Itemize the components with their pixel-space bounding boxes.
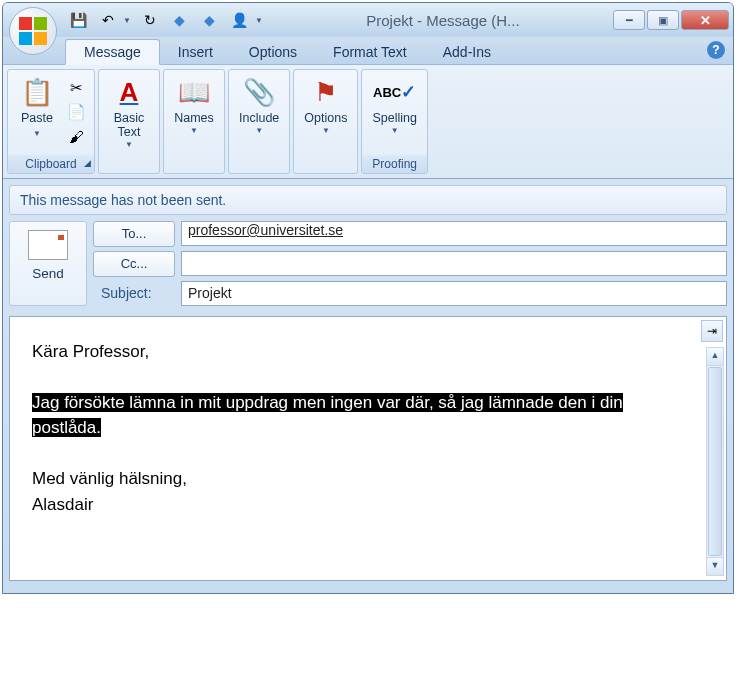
maximize-button[interactable]: ▣ bbox=[647, 10, 679, 30]
options-label: Options bbox=[304, 112, 347, 126]
to-value: professor@universitet.se bbox=[188, 222, 343, 238]
address-book-icon: 📖 bbox=[178, 76, 210, 108]
redo-icon[interactable]: ↻ bbox=[139, 9, 161, 31]
previous-icon[interactable]: ◆ bbox=[169, 9, 191, 31]
group-basic-text: A Basic Text ▼ . bbox=[98, 69, 160, 174]
titlebar: 💾 ↶ ▼ ↻ ◆ ◆ 👤 ▼ Projekt - Message (H... … bbox=[3, 3, 733, 37]
chevron-down-icon: ▼ bbox=[190, 126, 198, 135]
message-body[interactable]: ⇥ ▲ ▼ Kära Professor, Jag försökte lämna… bbox=[9, 316, 727, 581]
scroll-up-icon[interactable]: ▲ bbox=[707, 348, 723, 366]
chevron-down-icon: ▼ bbox=[255, 126, 263, 135]
address-book-icon[interactable]: 👤 bbox=[229, 9, 251, 31]
envelope-icon bbox=[28, 230, 68, 260]
paperclip-icon: 📎 bbox=[243, 76, 275, 108]
to-field[interactable]: professor@universitet.se bbox=[181, 221, 727, 246]
body-signoff: Med vänlig hälsning, bbox=[32, 466, 690, 492]
message-headers: Send To... professor@universitet.se Cc..… bbox=[9, 221, 727, 306]
scroll-down-icon[interactable]: ▼ bbox=[707, 557, 723, 575]
tab-message[interactable]: Message bbox=[65, 39, 160, 65]
infobar-not-sent: This message has not been sent. bbox=[9, 185, 727, 215]
cc-field[interactable] bbox=[181, 251, 727, 276]
tab-options[interactable]: Options bbox=[231, 40, 315, 64]
paste-button[interactable]: 📋 Paste▼ bbox=[12, 74, 62, 151]
close-button[interactable]: ✕ bbox=[681, 10, 729, 30]
dialog-launcher-icon[interactable]: ◢ bbox=[84, 158, 91, 168]
save-icon[interactable]: 💾 bbox=[67, 9, 89, 31]
clipboard-icon: 📋 bbox=[21, 76, 53, 108]
scroll-thumb[interactable] bbox=[708, 367, 722, 556]
quick-access-toolbar: 💾 ↶ ▼ ↻ ◆ ◆ 👤 ▼ bbox=[67, 9, 263, 31]
chevron-down-icon: ▼ bbox=[33, 129, 41, 138]
spelling-label: Spelling bbox=[372, 112, 416, 126]
help-icon[interactable]: ? bbox=[707, 41, 725, 59]
next-icon[interactable]: ◆ bbox=[199, 9, 221, 31]
names-button[interactable]: 📖 Names ▼ bbox=[168, 74, 220, 151]
include-label: Include bbox=[239, 112, 279, 126]
tab-insert[interactable]: Insert bbox=[160, 40, 231, 64]
group-proofing: ABC✓ Spelling ▼ Proofing bbox=[361, 69, 427, 174]
flag-icon: ⚑ bbox=[310, 76, 342, 108]
spelling-icon: ABC✓ bbox=[379, 76, 411, 108]
names-label: Names bbox=[174, 112, 214, 126]
body-signature: Alasdair bbox=[32, 492, 690, 518]
options-button[interactable]: ⚑ Options ▼ bbox=[298, 74, 353, 151]
window-title: Projekt - Message (H... bbox=[273, 12, 613, 29]
office-logo-icon bbox=[19, 17, 47, 45]
undo-icon[interactable]: ↶ bbox=[97, 9, 119, 31]
proofing-group-label: Proofing bbox=[362, 155, 426, 173]
ribbon-tabs: Message Insert Options Format Text Add-I… bbox=[3, 37, 733, 65]
tab-add-ins[interactable]: Add-Ins bbox=[425, 40, 509, 64]
font-icon: A bbox=[113, 76, 145, 108]
group-options: ⚑ Options ▼ . bbox=[293, 69, 358, 174]
group-names: 📖 Names ▼ . bbox=[163, 69, 225, 174]
body-greeting: Kära Professor, bbox=[32, 339, 690, 365]
qat-customize-dropdown[interactable]: ▼ bbox=[255, 16, 263, 25]
chevron-down-icon: ▼ bbox=[391, 126, 399, 135]
chevron-down-icon: ▼ bbox=[322, 126, 330, 135]
group-clipboard: 📋 Paste▼ ✂ 📄 🖌 Clipboard ◢ bbox=[7, 69, 95, 174]
cut-icon[interactable]: ✂ bbox=[66, 78, 86, 98]
tab-format-text[interactable]: Format Text bbox=[315, 40, 425, 64]
basic-text-label: Basic Text bbox=[114, 112, 145, 140]
basic-text-button[interactable]: A Basic Text ▼ bbox=[104, 74, 154, 151]
office-button[interactable] bbox=[9, 7, 57, 55]
ruler-toggle-icon[interactable]: ⇥ bbox=[701, 320, 723, 342]
send-button[interactable]: Send bbox=[9, 221, 87, 306]
message-window: 💾 ↶ ▼ ↻ ◆ ◆ 👤 ▼ Projekt - Message (H... … bbox=[2, 2, 734, 594]
undo-dropdown[interactable]: ▼ bbox=[123, 16, 131, 25]
include-button[interactable]: 📎 Include ▼ bbox=[233, 74, 285, 151]
body-selected-text: Jag försökte lämna in mit uppdrag men in… bbox=[32, 393, 623, 438]
to-button[interactable]: To... bbox=[93, 221, 175, 247]
ribbon: 📋 Paste▼ ✂ 📄 🖌 Clipboard ◢ A Basic Text bbox=[3, 65, 733, 179]
cc-button[interactable]: Cc... bbox=[93, 251, 175, 277]
send-label: Send bbox=[32, 266, 64, 281]
clipboard-group-label: Clipboard ◢ bbox=[8, 155, 94, 173]
subject-label: Subject: bbox=[93, 285, 175, 301]
subject-field[interactable] bbox=[181, 281, 727, 306]
copy-icon[interactable]: 📄 bbox=[66, 102, 86, 122]
paste-label: Paste bbox=[21, 111, 53, 125]
chevron-down-icon: ▼ bbox=[125, 140, 133, 149]
group-include: 📎 Include ▼ . bbox=[228, 69, 290, 174]
format-painter-icon[interactable]: 🖌 bbox=[66, 126, 86, 146]
minimize-button[interactable]: ━ bbox=[613, 10, 645, 30]
window-controls: ━ ▣ ✕ bbox=[613, 10, 729, 30]
spelling-button[interactable]: ABC✓ Spelling ▼ bbox=[366, 74, 422, 151]
vertical-scrollbar[interactable]: ▲ ▼ bbox=[706, 347, 724, 576]
